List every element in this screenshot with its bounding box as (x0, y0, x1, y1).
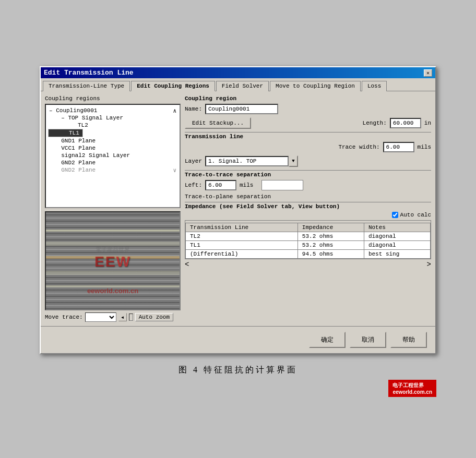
move-trace-label: Move trace: (45, 314, 83, 320)
logo-line-2: eeworld.com.cn (392, 389, 432, 395)
left-separation-input[interactable] (205, 180, 236, 190)
trace-width-unit: mils (418, 144, 431, 150)
cell-tl-2: (Differential) (186, 250, 298, 259)
col-header-impedance: Impedance (298, 223, 364, 232)
dialog-window: Edit Transmission Line ✕ Transmission-Li… (40, 66, 436, 354)
cancel-button[interactable]: 取消 (350, 332, 386, 348)
tree-item-gnd2-plane[interactable]: GND2 Plane (48, 159, 177, 166)
table-row: TL2 53.2 ohms diagonal (186, 232, 431, 241)
table-scroll-left[interactable]: < (185, 260, 189, 269)
tree-item-tl1[interactable]: TL1 (48, 129, 83, 137)
edit-stackup-button[interactable]: Edit Stackup... (185, 117, 251, 129)
left-unit: mils (240, 182, 253, 188)
name-label: Name: (185, 106, 202, 112)
watermark-sub: eeworld.com.cn (87, 287, 138, 295)
trace-separation-box (261, 180, 303, 190)
tree-item-signal2-signal-layer[interactable]: signal2 Signal Layer (48, 152, 177, 159)
divider-3 (185, 202, 431, 202)
divider-1 (185, 132, 431, 132)
tab-field-solver[interactable]: Field Solver (216, 81, 269, 91)
preview-area: EEW eeworld.com.cn 電子産品世界 (45, 211, 181, 310)
coupling-regions-label: Coupling regions (45, 95, 181, 102)
edit-stackup-length-row: Edit Stackup... Length: in (185, 117, 431, 129)
layer-row: Layer ▼ (185, 155, 431, 167)
bottom-logo-area: 电子工程世界 eeworld.com.cn (40, 380, 436, 397)
divider-2 (185, 170, 431, 171)
move-trace-left-button[interactable]: ◄ (118, 313, 127, 321)
layer-label: Layer (185, 158, 202, 164)
preview-layer-line-1 (46, 230, 180, 232)
tab-move-to-coupling-region[interactable]: Move to Coupling Region (270, 81, 361, 91)
cell-notes-1: diagonal (364, 241, 430, 250)
tree-item-coupling0001[interactable]: – Coupling0001 ∧ (48, 107, 177, 114)
length-input[interactable] (390, 118, 421, 128)
right-panel: Coupling region Name: Edit Stackup... Le… (185, 95, 431, 322)
cell-impedance-2: 94.5 ohms (298, 250, 364, 259)
tab-transmission-line-type[interactable]: Transmission-Line Type (43, 81, 130, 91)
table-row: (Differential) 94.5 ohms best sing (186, 250, 431, 259)
impedance-label: Impedance (see Field Solver tab, View bu… (185, 203, 431, 210)
cell-tl-0: TL2 (186, 232, 298, 241)
trace-width-label: Trace width: (338, 144, 379, 150)
bottom-buttons: 确定 取消 帮助 (41, 326, 435, 353)
length-unit: in (424, 120, 431, 126)
table-row: TL1 53.2 ohms diagonal (186, 241, 431, 250)
tree-item-gnd2-plane-2[interactable]: GND2 Plane ∨ (48, 166, 177, 174)
layer-dropdown-arrow[interactable]: ▼ (289, 155, 298, 167)
move-trace-slider[interactable] (129, 314, 133, 321)
coupling-region-section: Coupling region Name: Edit Stackup... Le… (185, 95, 431, 269)
auto-calc-row: Auto calc (185, 212, 431, 218)
left-panel: Coupling regions – Coupling0001 ∧ – TOP … (45, 95, 181, 322)
impedance-table: Transmission Line Impedance Notes TL2 53… (185, 223, 431, 259)
caption: 图 4 特征阻抗的计算界面 (178, 365, 298, 376)
tree-item-gnd1-plane[interactable]: GND1 Plane (48, 137, 177, 144)
trace-width-row: Trace width: mils (185, 142, 431, 152)
name-row: Name: (185, 104, 431, 114)
caption-text: 图 4 特征阻抗的计算界面 (178, 365, 298, 374)
watermark-chinese: 電子産品世界 (96, 245, 130, 253)
auto-calc-label: Auto calc (400, 212, 431, 218)
move-trace-select[interactable] (85, 312, 116, 322)
col-header-notes: Notes (364, 223, 430, 232)
left-label: Left: (185, 182, 202, 188)
dialog-title: Edit Transmission Line (44, 69, 134, 77)
transmission-line-label: Transmission line (185, 134, 431, 140)
trace-to-trace-label: Trace-to-trace separation (185, 172, 431, 178)
preview-layer-line-4 (46, 271, 180, 275)
coupling-regions-tree[interactable]: – Coupling0001 ∧ – TOP Signal Layer TL2 … (45, 104, 181, 208)
auto-zoom-button[interactable]: Auto zoom (135, 313, 173, 321)
title-bar: Edit Transmission Line ✕ (41, 67, 435, 78)
trace-to-plane-label: Trace-to-plane separation (185, 194, 431, 200)
layer-input[interactable] (205, 156, 289, 166)
dialog-body: Coupling regions – Coupling0001 ∧ – TOP … (41, 91, 435, 326)
preview-layer-line-3 (46, 256, 180, 259)
tab-edit-coupling-regions[interactable]: Edit Coupling Regions (131, 81, 215, 91)
table-scroll-right[interactable]: > (427, 260, 431, 269)
tab-bar: Transmission-Line Type Edit Coupling Reg… (41, 78, 435, 91)
tab-loss[interactable]: Loss (362, 81, 387, 91)
tree-item-top-signal-layer[interactable]: – TOP Signal Layer (48, 114, 177, 122)
logo-box: 电子工程世界 eeworld.com.cn (388, 380, 436, 397)
name-input[interactable] (205, 104, 278, 114)
logo-line-1: 电子工程世界 (392, 382, 432, 389)
cell-notes-0: diagonal (364, 232, 430, 241)
tree-item-vcc1-plane[interactable]: VCC1 Plane (48, 144, 177, 152)
ok-button[interactable]: 确定 (309, 332, 346, 348)
table-scroll-controls: < > (185, 260, 431, 269)
tree-item-tl2[interactable]: TL2 (48, 122, 177, 129)
auto-calc-checkbox[interactable] (392, 212, 398, 218)
cell-impedance-0: 53.2 ohms (298, 232, 364, 241)
col-header-tl: Transmission Line (186, 223, 298, 232)
length-label: Length: (363, 120, 387, 126)
coupling-region-header: Coupling region (185, 95, 431, 102)
cell-notes-2: best sing (364, 250, 430, 259)
trace-width-input[interactable] (383, 142, 414, 152)
close-button[interactable]: ✕ (424, 69, 432, 77)
trace-to-trace-row: Left: mils (185, 180, 431, 190)
move-trace-bar: Move trace: ◄ Auto zoom (45, 312, 181, 322)
help-button[interactable]: 帮助 (390, 332, 427, 348)
cell-tl-1: TL1 (186, 241, 298, 250)
impedance-table-scroll[interactable]: Transmission Line Impedance Notes TL2 53… (185, 220, 431, 259)
cell-impedance-1: 53.2 ohms (298, 241, 364, 250)
